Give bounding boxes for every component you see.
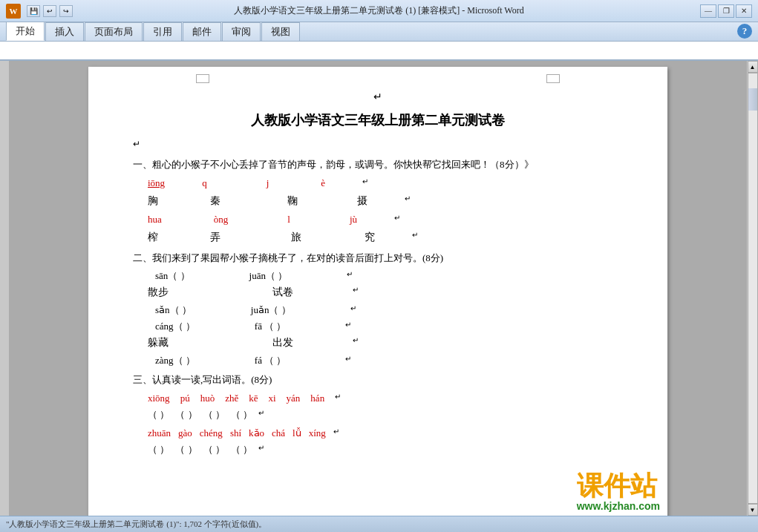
cn-1-1: 胸 [148,193,158,209]
document-area[interactable]: ↵ 人教版小学语文三年级上册第二单元测试卷 ↵ 一、粗心的小猴子不小心丢掉了音节… [9,61,747,516]
chinese-row2: 榨 弄 旅 究 ↵ [148,229,623,246]
return-13: ↵ [333,426,339,441]
tab-mail[interactable]: 邮件 [183,22,221,41]
restore-button[interactable]: ❐ [718,4,734,18]
pinyin-2-1: hua [148,212,162,228]
cn-2-1: 榨 [148,229,158,246]
return-10: ↵ [345,353,351,369]
tab-reference[interactable]: 引用 [143,22,182,41]
s3-py1: xiōng [148,391,170,407]
paragraph-break: ↵ [133,89,623,105]
document-page: ↵ 人教版小学语文三年级上册第二单元测试卷 ↵ 一、粗心的小猴子不小心丢掉了音节… [88,67,667,516]
sidebar-right: ▲ ▼ [747,61,758,516]
s3-p5: （ ） [148,442,169,458]
minimize-button[interactable]: — [700,4,716,18]
cn-2-4: 究 [365,229,375,246]
scrollbar-track[interactable] [748,73,758,504]
section1-label: 一、粗心的小猴子不小心丢掉了音节的声母，韵母，或调号。你快快帮它找回来吧！（8分… [133,159,534,170]
s3-py14: chá [272,426,285,441]
ex2-r1-py1: sān（ ） [155,269,190,284]
ex2-row3: cáng（ ） fā （ ） ↵ [155,319,623,335]
quick-redo-btn[interactable]: ↪ [59,5,73,17]
s3-py15: lǚ [293,426,301,441]
s3-p6: （ ） [175,442,197,458]
ex2-cn-row1: 散步 试卷 ↵ [148,284,623,301]
pinyin-row2: hua òng l jù ↵ [148,212,623,228]
margin-indicator-left [196,74,209,83]
scroll-up-btn[interactable]: ▲ [748,61,758,73]
help-button[interactable]: ? [737,24,752,39]
return-8: ↵ [345,319,351,335]
ex2-r4-py1: zàng（ ） [155,353,195,369]
ex2-cn4: 出发 [272,335,293,351]
return-6: ↵ [353,284,359,301]
ex2-cn3: 躲藏 [148,335,169,351]
pinyin-row1: iōng q j è ↵ [148,176,623,191]
ex2-cn2: 试卷 [272,284,293,301]
close-button[interactable]: ✕ [736,4,752,18]
s3-py2: pú [180,391,190,407]
return-5: ↵ [347,269,353,284]
s3-py16: xíng [309,426,326,441]
document-title: 人教版小学语文三年级上册第二单元测试卷 [133,110,623,131]
ex2-r4-py2: fá （ ） [255,353,287,369]
ex2-r2-py1: sǎn（ ） [155,303,192,318]
s3-p2: （ ） [175,407,197,423]
tab-review[interactable]: 审阅 [222,22,261,41]
status-text: "人教版小学语文三年级上册第二单元测试卷 (1)": 1,702 个字符(近似值… [6,519,267,530]
ex2-row4: zàng（ ） fá （ ） ↵ [155,353,623,369]
section2-label: 二、我们来到了果园帮小猴子摘桃子了，在对的读音后面打上对号。(8分) [133,252,443,263]
section3-title: 三、认真读一读,写出词语。(8分) [133,372,623,388]
win-controls: — ❐ ✕ [700,4,752,18]
s3-p3: （ ） [203,407,225,423]
s3-py6: xi [268,391,275,407]
return-1: ↵ [362,176,368,191]
ex2-cn-row2: 躲藏 出发 ↵ [148,335,623,351]
tab-start[interactable]: 开始 [6,22,45,41]
ex2-r1-py2: juān（ ） [249,269,288,284]
sec3-paren-row1: （ ） （ ） （ ） （ ） ↵ [148,407,623,423]
title-bar-left: W 💾 ↩ ↪ [6,4,73,19]
sec3-paren-row2: （ ） （ ） （ ） （ ） ↵ [148,442,623,458]
ex2-r3-py2: fā （ ） [255,319,287,335]
tab-view[interactable]: 视图 [261,22,300,41]
quick-save-btn[interactable]: 💾 [27,5,40,17]
s3-py12: shí [230,426,241,441]
return-4: ↵ [412,229,418,246]
status-bar: "人教版小学语文三年级上册第二单元测试卷 (1)": 1,702 个字符(近似值… [0,516,758,532]
sec3-pinyin-row1: xiōng pú huò zhě kē xi yán hán ↵ [148,391,623,407]
pinyin-1-1: iōng [148,176,165,191]
ex2-r2-py2: juǎn（ ） [251,303,291,318]
quick-undo-btn[interactable]: ↩ [43,5,56,17]
tab-pagelayout[interactable]: 页面布局 [85,22,143,41]
ex2-row2: sǎn（ ） juǎn（ ） ↵ [155,303,623,318]
title-bar: W 💾 ↩ ↪ 人教版小学语文三年级上册第二单元测试卷 (1) [兼容模式] -… [0,0,758,22]
s3-py7: yán [287,391,301,407]
section2-title: 二、我们来到了果园帮小猴子摘桃子了，在对的读音后面打上对号。(8分) [133,251,623,266]
tab-insert[interactable]: 插入 [45,22,84,41]
title-return: ↵ [133,137,623,151]
s3-p7: （ ） [203,442,225,458]
return-7: ↵ [350,303,356,318]
cn-2-2: 弄 [210,229,220,246]
s3-py10: gào [178,426,192,441]
section1-title: 一、粗心的小猴子不小心丢掉了音节的声母，韵母，或调号。你快快帮它找回来吧！（8分… [133,157,623,173]
return-11: ↵ [335,391,341,407]
s3-py8: hán [310,391,324,407]
cn-1-3: 鞠 [287,193,298,209]
ribbon-content [0,42,758,61]
pinyin-2-4: jù [350,212,357,228]
pinyin-2-2: òng [214,212,229,228]
s3-py13: kǎo [249,426,264,441]
ex2-r3-py1: cáng（ ） [155,319,195,335]
cn-1-4: 摄 [357,193,367,209]
s3-p4: （ ） [231,407,252,423]
pinyin-1-3: j [267,176,269,191]
return-3: ↵ [394,212,400,228]
margin-indicator-right [546,74,560,83]
ex2-cn1: 散步 [148,284,169,301]
ex2-row1: sān（ ） juān（ ） ↵ [155,269,623,284]
scrollbar-thumb[interactable] [748,88,757,111]
main-area: ↵ 人教版小学语文三年级上册第二单元测试卷 ↵ 一、粗心的小猴子不小心丢掉了音节… [0,61,758,516]
scroll-down-btn[interactable]: ▼ [748,504,758,516]
